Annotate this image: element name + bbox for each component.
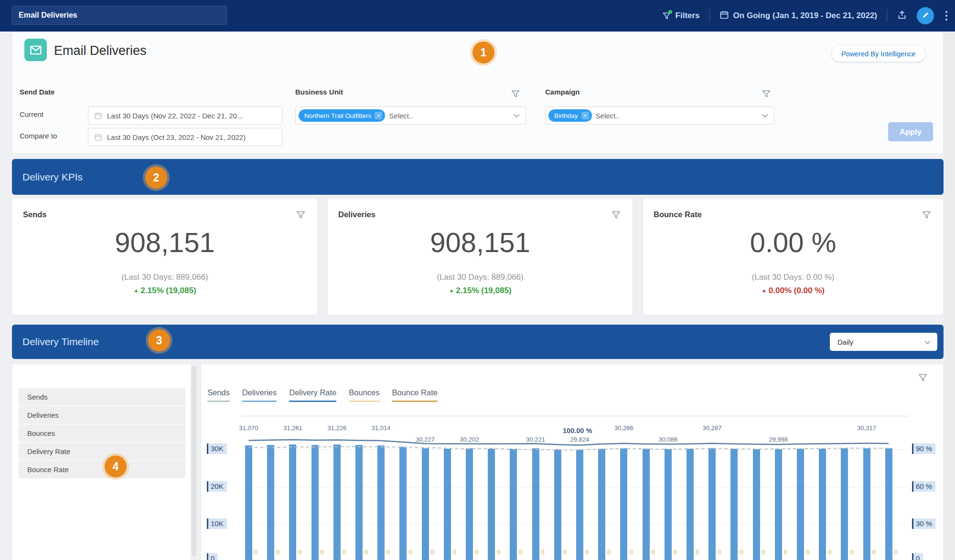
chart-filter-icon[interactable] bbox=[918, 373, 928, 385]
bounce-zero-label: 0 bbox=[674, 549, 677, 556]
bounce-zero-label: 0 bbox=[652, 549, 655, 556]
bounce-zero-label: 0 bbox=[276, 549, 279, 556]
kpi-filter-icon[interactable] bbox=[296, 210, 306, 222]
y-axis-right-tick: 30 % bbox=[912, 518, 935, 529]
bounce-zero-label: 0 bbox=[718, 549, 721, 556]
chart-bar bbox=[730, 449, 738, 560]
chart-bar bbox=[775, 449, 782, 560]
filters-button[interactable]: Filters bbox=[662, 11, 700, 21]
metrics-panel-scrollbar[interactable] bbox=[192, 366, 196, 557]
bounce-zero-label: 0 bbox=[872, 549, 876, 556]
chart-bar bbox=[554, 449, 561, 560]
page-scrollbar-track[interactable] bbox=[944, 32, 955, 560]
legend-deliveries[interactable]: Deliveries bbox=[242, 388, 277, 402]
navbar-divider bbox=[709, 10, 710, 22]
bounce-zero-label: 0 bbox=[696, 549, 699, 556]
bar-data-label: 29,998 bbox=[763, 436, 794, 443]
dashboard-title-input[interactable]: Email Deliveries bbox=[12, 6, 227, 25]
business-unit-label: Business Unit bbox=[295, 88, 343, 96]
bounce-zero-label: 0 bbox=[784, 549, 787, 556]
chart-bar bbox=[488, 449, 495, 560]
bar-data-label: 31,014 bbox=[366, 424, 397, 432]
metric-row-deliveries[interactable]: Deliveries bbox=[19, 406, 185, 424]
chart-bar bbox=[466, 448, 473, 560]
powered-by-intelligence-button[interactable]: Powered By Intelligence bbox=[832, 46, 925, 62]
y-axis-left-tick: 0 bbox=[207, 553, 218, 560]
more-options-button[interactable] bbox=[944, 9, 949, 22]
campaign-filter-icon[interactable] bbox=[762, 89, 771, 101]
chart-bar bbox=[819, 449, 826, 560]
legend-sends[interactable]: Sends bbox=[207, 388, 230, 402]
kpi-value: 0.00 % bbox=[643, 226, 943, 258]
chart-bar bbox=[355, 445, 363, 560]
kpi-delta: ▲2.15% (19,085) bbox=[12, 286, 317, 296]
bounce-zero-label: 0 bbox=[321, 549, 324, 556]
business-unit-select[interactable]: Northern Trail Outfitters × Select.. bbox=[295, 106, 526, 125]
bounce-zero-label: 0 bbox=[806, 549, 809, 556]
bounce-zero-label: 0 bbox=[475, 549, 478, 556]
legend-bounce-rate[interactable]: Bounce Rate bbox=[392, 388, 438, 402]
bar-data-label: 31,070 bbox=[234, 424, 264, 432]
bar-data-label: 31,261 bbox=[278, 424, 308, 432]
chip-close-icon[interactable]: × bbox=[375, 112, 382, 119]
share-button[interactable] bbox=[897, 10, 907, 22]
kpi-value: 908,151 bbox=[12, 226, 317, 258]
delivery-timeline-title: Delivery Timeline bbox=[22, 336, 99, 348]
delta-up-icon: ▲ bbox=[762, 287, 767, 293]
kpi-card-sends: Sends908,151(Last 30 Days: 889,066)▲2.15… bbox=[12, 198, 318, 315]
chart-bar bbox=[643, 449, 650, 560]
kpi-filter-icon[interactable] bbox=[611, 210, 621, 222]
kpi-card-title: Bounce Rate bbox=[654, 210, 702, 219]
date-range-button[interactable]: On Going (Jan 1, 2019 - Dec 21, 2022) bbox=[719, 10, 877, 22]
legend-bounces[interactable]: Bounces bbox=[349, 388, 379, 402]
chart-bar bbox=[510, 449, 517, 560]
chart-bar bbox=[797, 449, 804, 560]
campaign-select[interactable]: Birthday × Select.. bbox=[545, 106, 774, 125]
page-title: Email Deliveries bbox=[54, 43, 147, 58]
bar-data-label: 29,824 bbox=[565, 436, 595, 443]
chart-bar bbox=[598, 449, 605, 560]
kpi-card-bounce-rate: Bounce Rate0.00 %(Last 30 Days: 0.00 %)▲… bbox=[643, 198, 944, 315]
bounce-zero-label: 0 bbox=[431, 549, 434, 556]
bounce-zero-label: 0 bbox=[762, 549, 765, 556]
kpi-subtext: (Last 30 Days: 0.00 %) bbox=[643, 273, 943, 282]
campaign-label: Campaign bbox=[545, 88, 580, 96]
chart-bar bbox=[311, 445, 319, 560]
apply-button[interactable]: Apply bbox=[888, 122, 933, 141]
chart-bar bbox=[377, 445, 385, 560]
bar-data-label: 30,227 bbox=[410, 436, 440, 443]
chart-top-border bbox=[242, 416, 908, 416]
legend-delivery-rate[interactable]: Delivery Rate bbox=[289, 388, 336, 402]
business-unit-placeholder: Select.. bbox=[389, 112, 510, 120]
metric-row-bounces[interactable]: Bounces bbox=[19, 424, 185, 442]
navbar-divider bbox=[887, 10, 887, 22]
metric-row-delivery-rate[interactable]: Delivery Rate bbox=[19, 443, 185, 460]
bounce-zero-label: 0 bbox=[343, 549, 346, 556]
metric-row-bounce-rate[interactable]: Bounce Rate bbox=[19, 461, 185, 478]
bounce-zero-label: 0 bbox=[408, 549, 412, 556]
kpi-value: 908,151 bbox=[328, 226, 633, 258]
chart-bar bbox=[687, 449, 694, 560]
chart-bar bbox=[532, 448, 539, 560]
kpi-delta: ▲0.00% (0.00 %) bbox=[643, 286, 943, 296]
chevron-down-icon bbox=[514, 111, 520, 120]
filter-funnel-icon bbox=[662, 11, 671, 21]
granularity-select[interactable]: Daily bbox=[830, 333, 937, 351]
current-date-input[interactable]: Last 30 Days (Nov 22, 2022 - Dec 21, 20.… bbox=[88, 106, 282, 125]
edit-button[interactable] bbox=[917, 7, 934, 24]
metric-row-sends[interactable]: Sends bbox=[19, 388, 185, 406]
business-unit-filter-icon[interactable] bbox=[511, 89, 520, 101]
annotation-badge-3: 3 bbox=[148, 329, 170, 351]
chip-close-icon[interactable]: × bbox=[581, 112, 589, 119]
bar-data-label: 30,286 bbox=[609, 424, 639, 432]
kpi-filter-icon[interactable] bbox=[922, 210, 932, 222]
bounce-zero-label: 0 bbox=[497, 549, 500, 556]
bounce-zero-label: 0 bbox=[850, 549, 853, 556]
bounce-zero-label: 0 bbox=[541, 549, 545, 556]
kpi-subtext: (Last 30 Days: 889,066) bbox=[12, 273, 317, 282]
bar-data-label: 30,287 bbox=[697, 424, 728, 432]
bar-data-label: 30,317 bbox=[851, 424, 882, 432]
send-date-label: Send Date bbox=[20, 88, 54, 96]
campaign-chip-label: Birthday bbox=[554, 112, 578, 119]
compare-date-input[interactable]: Last 30 Days (Oct 23, 2022 - Nov 21, 202… bbox=[88, 128, 282, 146]
